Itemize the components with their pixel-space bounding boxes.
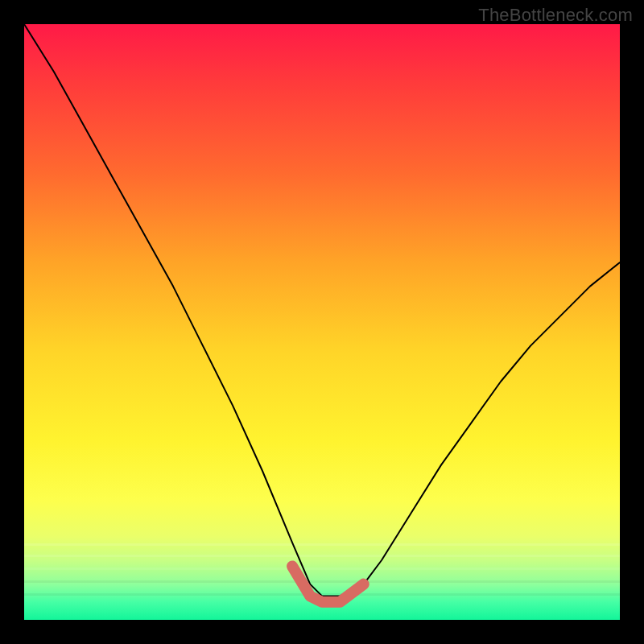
optimal-range-mark [292,566,364,601]
plot-area [24,24,620,620]
bottleneck-curve-line [24,24,620,596]
chart-container: TheBottleneck.com [0,0,644,644]
chart-svg [24,24,620,620]
watermark-text: TheBottleneck.com [478,5,633,26]
